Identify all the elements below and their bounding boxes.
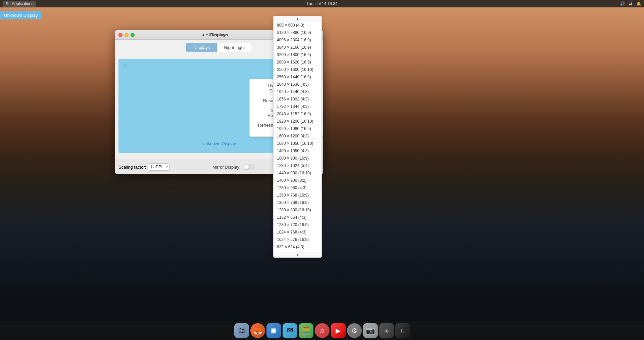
resolution-option-12[interactable]: 2048 × 1152 (16:9) <box>274 110 321 118</box>
datetime-display: Tue, Jul 14 16:34 <box>306 1 337 6</box>
resolution-option-18[interactable]: 1600 × 900 (16:9) <box>274 155 321 162</box>
tab-nightlight[interactable]: Night Light <box>217 43 252 52</box>
search-icon: 🔍 <box>5 2 10 6</box>
mirror-section: Mirror Display: <box>212 164 255 170</box>
window-label: Unknown Display <box>0 11 42 19</box>
resolution-option-5[interactable]: 2880 × 1620 (16:9) <box>274 58 321 66</box>
display-star-icon: ☆ <box>122 62 127 69</box>
youtube-icon: ▶ <box>336 327 341 335</box>
resolution-option-14[interactable]: 1920 × 1080 (16:9) <box>274 125 321 132</box>
window-label-text: Unknown Display <box>4 13 38 18</box>
resolution-option-1[interactable]: 5120 × 2880 (16:9) <box>274 29 321 36</box>
resolution-option-8[interactable]: 2048 × 1536 (4:3) <box>274 81 321 88</box>
calculator-icon: 🧮 <box>301 326 310 335</box>
dock-calculator[interactable]: 🧮 <box>299 323 313 338</box>
resolution-option-20[interactable]: 1440 × 900 (16:10) <box>274 169 321 177</box>
titlebar-controls <box>118 33 135 37</box>
music-icon: ♫ <box>319 327 325 335</box>
resolution-option-29[interactable]: 1024 × 576 (16:9) <box>274 236 321 243</box>
resolution-option-3[interactable]: 3840 × 2160 (16:9) <box>274 44 321 51</box>
dock-diodon[interactable]: ▣ <box>266 323 281 338</box>
resolution-option-26[interactable]: 1152 × 864 (4:3) <box>274 214 321 221</box>
resolution-dropdown[interactable]: ▲ 800 × 600 (4:3)5120 × 2880 (16:9)4096 … <box>273 16 322 258</box>
resolution-option-0[interactable]: 800 × 600 (4:3) <box>274 22 321 29</box>
minimize-button[interactable] <box>125 33 129 37</box>
resolution-option-13[interactable]: 1920 × 1200 (16:10) <box>274 118 321 125</box>
close-button[interactable] <box>118 33 122 37</box>
camera-icon: 📷 <box>366 326 375 335</box>
resolution-option-22[interactable]: 1280 × 960 (4:3) <box>274 184 321 192</box>
dock-music[interactable]: ♫ <box>315 323 330 338</box>
tab-nightlight-label: Night Light <box>224 45 245 50</box>
scaling-select[interactable]: LoDPI HiDPI <box>149 163 169 171</box>
mail-icon: ✉ <box>287 326 293 335</box>
scaling-label: Scaling factor: <box>118 165 146 170</box>
toggle-knob <box>244 165 249 169</box>
dock-camera[interactable]: 📷 <box>363 323 378 338</box>
tab-displays-label: Displays <box>193 45 210 50</box>
back-arrow-icon: ◀ <box>202 33 204 37</box>
network-icon[interactable]: ⇄ <box>629 1 632 6</box>
dialog-title: Displays <box>210 32 228 37</box>
resolution-option-25[interactable]: 1280 × 800 (16:10) <box>274 206 321 214</box>
resolution-option-17[interactable]: 1400 × 1050 (4:3) <box>274 147 321 155</box>
dock-firefox[interactable]: 🦊 <box>250 323 265 338</box>
resolution-option-11[interactable]: 1792 × 1344 (4:3) <box>274 103 321 110</box>
resolution-option-28[interactable]: 1024 × 768 (4:3) <box>274 228 321 236</box>
dock-mail[interactable]: ✉ <box>283 323 297 338</box>
resolution-option-24[interactable]: 1360 × 768 (16:9) <box>274 199 321 206</box>
diodon-icon: ▣ <box>271 327 277 334</box>
mirror-toggle[interactable] <box>243 164 255 170</box>
resolution-option-10[interactable]: 1856 × 1392 (4:3) <box>274 95 321 103</box>
datetime-text: Tue, Jul 14 16:34 <box>306 1 337 6</box>
resolution-option-4[interactable]: 3200 × 1800 (16:9) <box>274 51 321 58</box>
resolution-option-27[interactable]: 1280 × 720 (16:9) <box>274 221 321 228</box>
taskbar: 🗂 🦊 ▣ ✉ 🧮 ♫ ▶ ⚙ 📷 ◈ $_ <box>0 321 644 340</box>
settings-icon: ⚙ <box>351 327 357 335</box>
dock-terminal[interactable]: $_ <box>395 323 410 338</box>
dock-youtube[interactable]: ▶ <box>331 323 346 338</box>
notification-icon[interactable]: 🔔 <box>636 1 641 6</box>
dock-settings[interactable]: ⚙ <box>347 323 362 338</box>
system-indicators: 🔊 ⇄ 🔔 <box>620 1 641 6</box>
resolution-option-2[interactable]: 4096 × 2304 (16:9) <box>274 36 321 44</box>
scaling-select-wrap: LoDPI HiDPI <box>149 163 169 171</box>
resolution-option-19[interactable]: 1280 × 1024 (5:4) <box>274 162 321 169</box>
maximize-button[interactable] <box>131 33 135 37</box>
volume-icon[interactable]: 🔊 <box>620 1 625 6</box>
resolution-option-6[interactable]: 2560 × 1600 (16:10) <box>274 66 321 73</box>
top-panel: 🔍 Applications Tue, Jul 14 16:34 🔊 ⇄ 🔔 <box>0 0 644 7</box>
applications-menu[interactable]: 🔍 Applications <box>3 1 36 7</box>
dock-files[interactable]: 🗂 <box>234 323 249 338</box>
terminal-icon: $_ <box>400 329 405 333</box>
appcenter-icon: ◈ <box>384 327 389 334</box>
top-panel-left: 🔍 Applications <box>3 1 36 7</box>
resolution-option-15[interactable]: 1600 × 1200 (4:3) <box>274 132 321 140</box>
resolution-option-21[interactable]: 1400 × 900 (3:2) <box>274 177 321 184</box>
firefox-icon: 🦊 <box>253 326 263 335</box>
display-name-label: Unknown Display <box>202 141 236 146</box>
dock-appcenter[interactable]: ◈ <box>379 323 394 338</box>
resolution-option-16[interactable]: 1680 × 1050 (16:10) <box>274 140 321 147</box>
tab-displays[interactable]: Displays <box>186 43 217 52</box>
files-icon: 🗂 <box>238 326 245 335</box>
resolution-option-30[interactable]: 832 × 624 (4:3) <box>274 243 321 251</box>
mirror-label: Mirror Display: <box>212 165 241 170</box>
resolution-option-23[interactable]: 1368 × 768 (16:9) <box>274 192 321 199</box>
scaling-section: Scaling factor: LoDPI HiDPI <box>118 163 169 171</box>
resolution-option-7[interactable]: 2560 × 1440 (16:9) <box>274 73 321 81</box>
dropdown-scroll-up[interactable]: ▲ <box>274 16 321 22</box>
applications-label: Applications <box>12 1 34 6</box>
dropdown-scroll-down[interactable]: ▼ <box>274 252 321 257</box>
resolution-option-9[interactable]: 1920 × 1440 (4:3) <box>274 88 321 95</box>
